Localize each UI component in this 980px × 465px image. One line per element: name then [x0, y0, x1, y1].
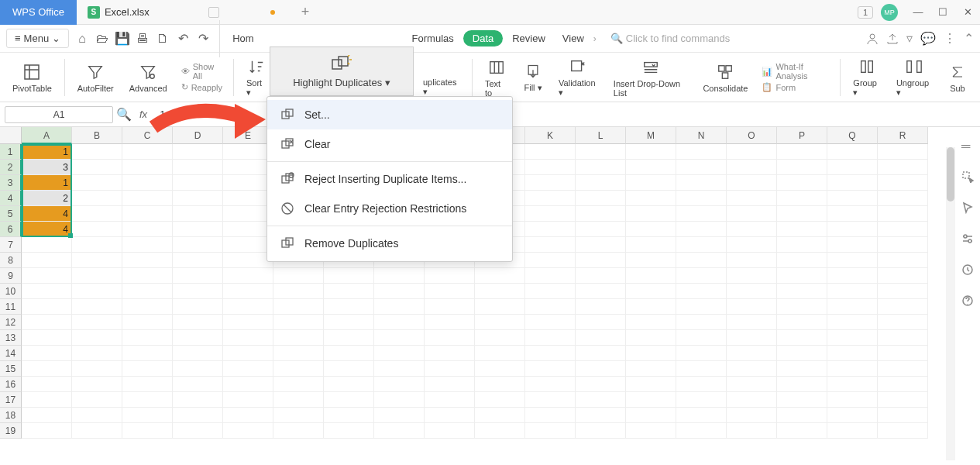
- cell-H9[interactable]: [374, 268, 425, 284]
- cell-M14[interactable]: [626, 346, 676, 361]
- cell-G15[interactable]: [324, 361, 374, 377]
- row-header-2[interactable]: 2: [0, 160, 22, 175]
- highlight-duplicates-button[interactable]: Highlight Duplicates ▾: [270, 46, 414, 96]
- cell-H16[interactable]: [374, 377, 425, 392]
- cell-P12[interactable]: [777, 315, 827, 330]
- cell-D3[interactable]: [173, 175, 223, 191]
- cell-B18[interactable]: [72, 408, 122, 423]
- cell-Q5[interactable]: [827, 206, 878, 222]
- cell-Q18[interactable]: [827, 408, 878, 423]
- row-header-3[interactable]: 3: [0, 175, 22, 191]
- dropdown-clear[interactable]: Clear: [267, 129, 512, 159]
- cell-M13[interactable]: [626, 330, 676, 346]
- cell-F9[interactable]: [273, 268, 324, 284]
- cell-N1[interactable]: [676, 144, 727, 160]
- cell-I13[interactable]: [425, 330, 475, 346]
- cell-F18[interactable]: [273, 408, 324, 423]
- form-button[interactable]: 📋Form: [762, 82, 829, 92]
- cell-E10[interactable]: [223, 284, 273, 299]
- cell-C1[interactable]: [122, 144, 173, 160]
- cell-P2[interactable]: [777, 160, 827, 175]
- cell-Q12[interactable]: [827, 315, 878, 330]
- cell-R17[interactable]: [878, 392, 928, 408]
- cell-L7[interactable]: [576, 237, 626, 253]
- cell-L6[interactable]: [576, 222, 626, 237]
- cell-K7[interactable]: [525, 237, 576, 253]
- cell-P11[interactable]: [777, 299, 827, 315]
- cell-C8[interactable]: [122, 253, 173, 268]
- open-icon[interactable]: 🗁: [95, 32, 109, 46]
- cell-A17[interactable]: [22, 392, 72, 408]
- cell-C14[interactable]: [122, 346, 173, 361]
- cell-B7[interactable]: [72, 237, 122, 253]
- user-avatar[interactable]: MP: [881, 4, 898, 21]
- cell-J13[interactable]: [475, 330, 525, 346]
- cell-I19[interactable]: [425, 423, 475, 439]
- cell-A11[interactable]: [22, 299, 72, 315]
- cell-D16[interactable]: [173, 377, 223, 392]
- vertical-scrollbar[interactable]: [946, 147, 955, 460]
- cell-L1[interactable]: [576, 144, 626, 160]
- cell-K8[interactable]: [525, 253, 576, 268]
- cell-E13[interactable]: [223, 330, 273, 346]
- tab-view[interactable]: View: [555, 28, 592, 49]
- cell-I12[interactable]: [425, 315, 475, 330]
- cell-L9[interactable]: [576, 268, 626, 284]
- cell-L17[interactable]: [576, 392, 626, 408]
- insert-dropdown-button[interactable]: Insert Drop-Down List: [607, 56, 694, 99]
- cell-Q19[interactable]: [827, 423, 878, 439]
- cell-Q6[interactable]: [827, 222, 878, 237]
- cell-N15[interactable]: [676, 361, 727, 377]
- cell-D14[interactable]: [173, 346, 223, 361]
- cell-Q17[interactable]: [827, 392, 878, 408]
- row-header-6[interactable]: 6: [0, 222, 22, 237]
- cell-D6[interactable]: [173, 222, 223, 237]
- cell-L5[interactable]: [576, 206, 626, 222]
- cell-G18[interactable]: [324, 408, 374, 423]
- cell-N12[interactable]: [676, 315, 727, 330]
- cell-A5[interactable]: 4: [22, 206, 72, 222]
- tab-home[interactable]: Hom: [225, 28, 261, 49]
- cell-O4[interactable]: [727, 191, 777, 206]
- row-header-5[interactable]: 5: [0, 206, 22, 222]
- cell-C5[interactable]: [122, 206, 173, 222]
- cell-A15[interactable]: [22, 361, 72, 377]
- dropdown-remove-duplicates[interactable]: Remove Duplicates: [267, 229, 512, 258]
- cell-G9[interactable]: [324, 268, 374, 284]
- minimize-button[interactable]: —: [906, 2, 930, 23]
- history-icon[interactable]: [961, 264, 975, 277]
- settings-slider-icon[interactable]: [961, 232, 975, 246]
- cell-R18[interactable]: [878, 408, 928, 423]
- cell-C18[interactable]: [122, 408, 173, 423]
- cell-I10[interactable]: [425, 284, 475, 299]
- cell-D2[interactable]: [173, 160, 223, 175]
- cell-M3[interactable]: [626, 175, 676, 191]
- cell-M10[interactable]: [626, 284, 676, 299]
- cell-P16[interactable]: [777, 377, 827, 392]
- cell-R15[interactable]: [878, 361, 928, 377]
- cell-K3[interactable]: [525, 175, 576, 191]
- cell-Q15[interactable]: [827, 361, 878, 377]
- cell-M18[interactable]: [626, 408, 676, 423]
- cell-K11[interactable]: [525, 299, 576, 315]
- drag-handle-icon[interactable]: ═: [961, 140, 975, 153]
- column-header-N[interactable]: N: [676, 127, 727, 144]
- column-header-O[interactable]: O: [727, 127, 777, 144]
- cell-J11[interactable]: [475, 299, 525, 315]
- cell-O2[interactable]: [727, 160, 777, 175]
- cell-F11[interactable]: [273, 299, 324, 315]
- cell-M7[interactable]: [626, 237, 676, 253]
- cell-J9[interactable]: [475, 268, 525, 284]
- cell-A8[interactable]: [22, 253, 72, 268]
- cell-P8[interactable]: [777, 253, 827, 268]
- cell-Q7[interactable]: [827, 237, 878, 253]
- help-icon[interactable]: [961, 294, 975, 308]
- cell-P6[interactable]: [777, 222, 827, 237]
- cell-M12[interactable]: [626, 315, 676, 330]
- ungroup-button[interactable]: Ungroup ▾: [890, 55, 938, 99]
- cell-R13[interactable]: [878, 330, 928, 346]
- cell-B14[interactable]: [72, 346, 122, 361]
- cell-C10[interactable]: [122, 284, 173, 299]
- cell-H11[interactable]: [374, 299, 425, 315]
- cell-O11[interactable]: [727, 299, 777, 315]
